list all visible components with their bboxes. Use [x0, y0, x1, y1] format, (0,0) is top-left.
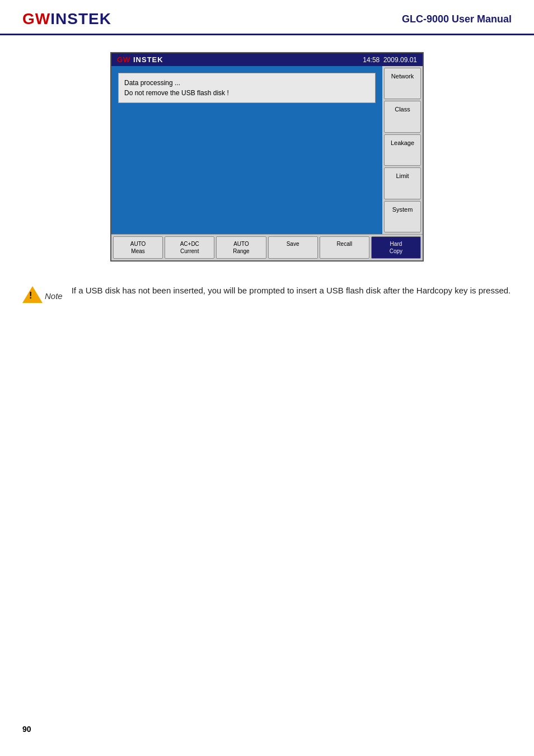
brand-instek: INSTEK	[50, 10, 111, 27]
device-screen-wrapper: GW INSTEK 14:58 2009.09.01 Data processi…	[22, 52, 512, 262]
page-number: 90	[22, 725, 31, 734]
note-section: Note If a USB disk has not been inserted…	[22, 278, 512, 309]
fn-btn-acdc-current[interactable]: AC+DCCurrent	[165, 236, 214, 259]
screen-logo-instek: INSTEK	[130, 55, 163, 64]
warning-triangle-icon	[22, 286, 43, 303]
screen-logo: GW INSTEK	[117, 55, 163, 64]
screen-date: 2009.09.01	[383, 56, 417, 64]
note-label: Note	[45, 291, 63, 301]
screen-header: GW INSTEK 14:58 2009.09.01	[111, 53, 423, 66]
fn-btn-save[interactable]: Save	[268, 236, 318, 259]
sidebar-btn-system[interactable]: System	[384, 201, 421, 232]
screen-datetime: 14:58 2009.09.01	[363, 56, 417, 64]
main-content: GW INSTEK 14:58 2009.09.01 Data processi…	[0, 35, 534, 325]
device-screen: GW INSTEK 14:58 2009.09.01 Data processi…	[110, 52, 424, 262]
data-processing-box: Data processing ... Do not remove the US…	[118, 73, 376, 103]
fn-btn-auto-meas[interactable]: AUTOMeas	[113, 236, 163, 259]
screen-sidebar: Network Class Leakage Limit System	[382, 66, 423, 234]
page-header: GWINSTEK GLC-9000 User Manual	[0, 0, 534, 35]
screen-main: Data processing ... Do not remove the US…	[111, 66, 382, 234]
screen-logo-gw: GW	[117, 55, 130, 64]
sidebar-btn-limit[interactable]: Limit	[384, 167, 421, 199]
screen-time: 14:58	[363, 56, 380, 64]
fn-btn-auto-range[interactable]: AUTORange	[216, 236, 266, 259]
brand-gw: GW	[22, 10, 50, 27]
screen-body: Data processing ... Do not remove the US…	[111, 66, 423, 234]
screen-bottom-buttons: AUTOMeas AC+DCCurrent AUTORange Save Rec…	[111, 234, 423, 260]
brand-logo: GWINSTEK	[22, 10, 111, 28]
note-text: If a USB disk has not been inserted, you…	[72, 284, 511, 297]
manual-title: GLC-9000 User Manual	[402, 13, 512, 25]
fn-btn-recall[interactable]: Recall	[320, 236, 369, 259]
sidebar-btn-leakage[interactable]: Leakage	[384, 134, 421, 166]
sidebar-btn-network[interactable]: Network	[384, 68, 421, 99]
message-line2: Do not remove the USB flash disk !	[124, 88, 369, 98]
sidebar-btn-class[interactable]: Class	[384, 101, 421, 132]
fn-btn-hard-copy[interactable]: HardCopy	[371, 236, 421, 259]
note-icon-group: Note	[22, 286, 63, 303]
message-line1: Data processing ...	[124, 78, 369, 88]
